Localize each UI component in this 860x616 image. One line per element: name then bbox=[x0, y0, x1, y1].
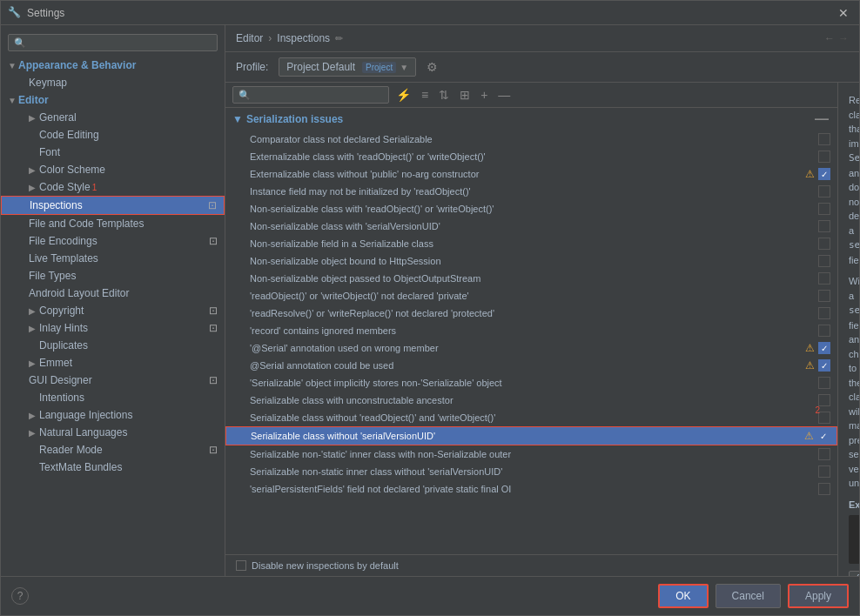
warning-icon: ⚠ bbox=[805, 168, 815, 180]
settings-window: 🔧 Settings ✕ ▼ Appearance & Behavior Key… bbox=[0, 0, 860, 616]
checkbox-checked[interactable]: ✓ bbox=[818, 168, 830, 180]
table-row[interactable]: Serializable class with unconstructable … bbox=[225, 392, 837, 409]
checkbox-unchecked[interactable] bbox=[818, 151, 830, 163]
checkbox-unchecked[interactable] bbox=[818, 203, 830, 215]
checkbox-unchecked[interactable] bbox=[818, 238, 830, 250]
desc-code1: Serializable bbox=[849, 152, 859, 164]
checkbox-unchecked[interactable] bbox=[818, 220, 830, 232]
checkbox-checked[interactable]: ✓ bbox=[818, 342, 830, 354]
inspection-list-panel: ⚡ ≡ ⇅ ⊞ + — ▼ Serialization i bbox=[225, 83, 838, 576]
sidebar-item-android-layout-editor[interactable]: Android Layout Editor bbox=[1, 285, 225, 302]
checkbox-unchecked[interactable] bbox=[818, 483, 830, 495]
bottom-bar: ? OK Cancel Apply bbox=[1, 576, 859, 615]
sidebar-item-code-editing[interactable]: Code Editing bbox=[1, 126, 225, 144]
sidebar-item-language-injections[interactable]: ▶ Language Injections bbox=[1, 406, 225, 424]
cancel-button[interactable]: Cancel bbox=[716, 584, 781, 608]
disable-checkbox[interactable] bbox=[236, 560, 246, 571]
align-icon[interactable]: ≡ bbox=[418, 86, 432, 104]
sidebar-item-copyright[interactable]: ▶ Copyright ⊡ bbox=[1, 302, 225, 319]
ok-button[interactable]: OK bbox=[658, 584, 708, 608]
table-row[interactable]: '@Serial' annotation used on wrong membe… bbox=[225, 339, 837, 357]
sidebar-item-label: Color Scheme bbox=[39, 164, 105, 176]
sidebar-item-appearance[interactable]: ▼ Appearance & Behavior bbox=[1, 57, 225, 74]
gear-icon[interactable]: ⚙ bbox=[427, 60, 438, 74]
checkbox-unchecked[interactable] bbox=[818, 325, 830, 337]
sidebar-item-code-style[interactable]: ▶ Code Style 1 bbox=[1, 178, 225, 196]
table-row[interactable]: Non-serializable class with 'serialVersi… bbox=[225, 218, 837, 235]
sidebar-item-editor[interactable]: ▼ Editor bbox=[1, 91, 225, 109]
checkbox-unchecked[interactable] bbox=[818, 412, 830, 424]
table-row[interactable]: Externalizable class with 'readObject()'… bbox=[225, 148, 837, 165]
table-row[interactable]: Non-serializable field in a Serializable… bbox=[225, 235, 837, 252]
table-row[interactable]: Instance field may not be initialized by… bbox=[225, 183, 837, 200]
table-row-highlighted[interactable]: Serializable class without 'serialVersio… bbox=[225, 426, 837, 445]
sidebar-item-textmate-bundles[interactable]: TextMate Bundles bbox=[1, 459, 225, 476]
dash-icon[interactable]: — bbox=[494, 86, 514, 104]
sidebar-item-emmet[interactable]: ▶ Emmet bbox=[1, 354, 225, 372]
apply-button[interactable]: Apply bbox=[788, 584, 849, 608]
table-row[interactable]: Comparator class not declared Serializab… bbox=[225, 131, 837, 148]
profile-dropdown[interactable]: Project Default Project ▼ bbox=[279, 57, 416, 77]
checkbox-checked[interactable]: ✓ bbox=[817, 430, 830, 442]
table-row[interactable]: Externalizable class without 'public' no… bbox=[225, 165, 837, 183]
filter-icon[interactable]: ⚡ bbox=[393, 86, 414, 104]
sidebar-item-file-code-templates[interactable]: File and Code Templates bbox=[1, 215, 225, 232]
sidebar-item-font[interactable]: Font bbox=[1, 144, 225, 161]
section-serialization[interactable]: ▼ Serialization issues — bbox=[225, 108, 837, 131]
checkbox-checked[interactable]: ✓ bbox=[818, 359, 830, 372]
table-row[interactable]: 'readResolve()' or 'writeReplace()' not … bbox=[225, 305, 837, 322]
sidebar-item-label: Android Layout Editor bbox=[29, 287, 129, 299]
table-row[interactable]: Serializable non-static inner class with… bbox=[225, 463, 837, 480]
sidebar-search-input[interactable] bbox=[8, 34, 218, 51]
checkbox-unchecked[interactable] bbox=[818, 272, 830, 285]
sidebar-item-natural-languages[interactable]: ▶ Natural Languages bbox=[1, 424, 225, 441]
checkbox-unchecked[interactable] bbox=[818, 307, 830, 319]
sort-icon[interactable]: ⇅ bbox=[435, 86, 453, 104]
warning-icon: ⚠ bbox=[804, 430, 814, 442]
checkbox-unchecked[interactable] bbox=[818, 290, 830, 302]
sidebar-item-color-scheme[interactable]: ▶ Color Scheme bbox=[1, 161, 225, 178]
table-row[interactable]: 'readObject()' or 'writeObject()' not de… bbox=[225, 287, 837, 305]
table-row[interactable]: @Serial annotation could be used ⚠ ✓ bbox=[225, 357, 837, 374]
checkbox-unchecked[interactable] bbox=[818, 377, 830, 389]
checkbox-unchecked[interactable] bbox=[818, 185, 830, 198]
close-button[interactable]: ✕ bbox=[835, 6, 852, 20]
sidebar-item-reader-mode[interactable]: Reader Mode ⊡ bbox=[1, 441, 225, 459]
table-row[interactable]: Serializable non-'static' inner class wi… bbox=[225, 445, 837, 463]
forward-arrow-icon[interactable]: → bbox=[838, 32, 849, 44]
sidebar-item-general[interactable]: ▶ General bbox=[1, 109, 225, 126]
table-row[interactable]: Non-serializable object passed to Object… bbox=[225, 270, 837, 287]
sidebar-item-gui-designer[interactable]: GUI Designer ⊡ bbox=[1, 372, 225, 389]
sidebar-item-file-types[interactable]: File Types bbox=[1, 267, 225, 285]
table-row[interactable]: 'serialPersistentFields' field not decla… bbox=[225, 480, 837, 498]
main-content: ▼ Appearance & Behavior Keymap ▼ Editor … bbox=[1, 25, 859, 576]
table-row[interactable]: 'Serializable' object implicitly stores … bbox=[225, 374, 837, 392]
table-row[interactable]: Non-serializable object bound to HttpSes… bbox=[225, 252, 837, 270]
sidebar-item-live-templates[interactable]: Live Templates bbox=[1, 250, 225, 267]
sidebar-item-inlay-hints[interactable]: ▶ Inlay Hints ⊡ bbox=[1, 319, 225, 337]
sidebar-item-inspections[interactable]: Inspections ⊡ bbox=[1, 196, 225, 215]
help-button[interactable]: ? bbox=[11, 587, 29, 605]
disable-new-inspections-label[interactable]: Disable new inspections by default bbox=[236, 560, 827, 571]
row-icons bbox=[818, 255, 830, 267]
back-arrow-icon[interactable]: ← bbox=[824, 32, 835, 44]
sidebar-item-file-encodings[interactable]: File Encodings ⊡ bbox=[1, 232, 225, 250]
checkbox-unchecked[interactable] bbox=[818, 465, 830, 478]
sidebar-item-duplicates[interactable]: Duplicates bbox=[1, 337, 225, 354]
checkbox-unchecked[interactable] bbox=[818, 133, 830, 145]
sidebar-item-keymap[interactable]: Keymap bbox=[1, 74, 225, 91]
expand-all-icon[interactable]: ⊞ bbox=[456, 86, 474, 104]
more-icon[interactable]: + bbox=[477, 86, 491, 104]
table-row[interactable]: Serializable class without 'readObject()… bbox=[225, 409, 837, 426]
sidebar-item-intentions[interactable]: Intentions bbox=[1, 389, 225, 406]
desc-text2: and do not declare a bbox=[849, 168, 859, 236]
nav-arrows: ← → bbox=[824, 32, 849, 44]
section-collapse-icon[interactable]: — bbox=[813, 111, 830, 127]
checkbox-unchecked[interactable] bbox=[818, 448, 830, 460]
table-row[interactable]: Non-serializable class with 'readObject(… bbox=[225, 200, 837, 218]
sidebar-item-label: Live Templates bbox=[29, 252, 98, 264]
checkbox-unchecked[interactable] bbox=[818, 394, 830, 406]
table-row[interactable]: 'record' contains ignored members bbox=[225, 322, 837, 339]
inspection-search-input[interactable] bbox=[232, 86, 389, 104]
checkbox-unchecked[interactable] bbox=[818, 255, 830, 267]
